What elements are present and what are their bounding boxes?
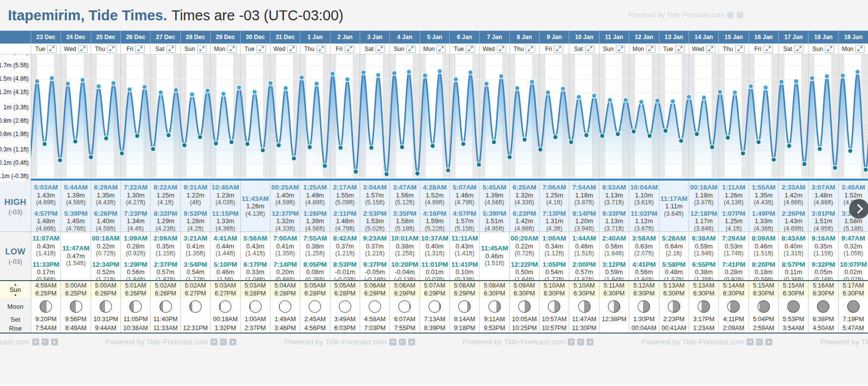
expand-day-icon[interactable]	[825, 45, 834, 53]
tide-height-m: 1.55m	[336, 192, 354, 199]
moonset-time-cell: 00:18AM	[210, 315, 240, 324]
sun-times-cell: 5:06AM6:29PM	[389, 281, 419, 298]
moonset-time-cell: 9:11AM	[479, 315, 509, 324]
tide-height-ft: (1.21ft)	[335, 250, 355, 258]
expand-day-icon[interactable]	[735, 45, 745, 53]
sunset-arrow-icon: ▼	[14, 293, 17, 297]
high-tide-entry: 1:11AM1.26m(4.13ft)	[722, 184, 745, 207]
tide-height-m: 1.35m	[755, 192, 772, 199]
date-row-corner	[0, 31, 31, 44]
tide-height-ft: (4.56ft)	[485, 199, 504, 207]
tide-height-ft: (1.5ft)	[217, 276, 233, 281]
expand-day-icon[interactable]	[227, 45, 237, 53]
tide-height-m: 1.26m	[725, 192, 743, 199]
expand-day-icon[interactable]	[497, 45, 506, 53]
date-header-cell: 26 Dec	[120, 31, 150, 44]
tide-height-ft: (4.36ft)	[216, 225, 235, 232]
low-tide-point	[679, 139, 684, 144]
high-tide-point	[702, 95, 706, 100]
tide-height-m: 0.47m	[67, 252, 85, 260]
expand-day-icon[interactable]	[78, 45, 88, 53]
expand-day-icon[interactable]	[616, 45, 625, 53]
expand-day-icon[interactable]	[436, 45, 446, 53]
high-tide-point	[748, 84, 753, 89]
expand-day-icon[interactable]	[554, 45, 563, 53]
expand-day-icon[interactable]	[47, 45, 56, 53]
tide-height-ft: (0.07ft)	[844, 276, 864, 281]
next-page-button[interactable]	[849, 199, 868, 219]
high-tide-cell: 8:53AM1.13m(3.71ft)9:33PM1.13m(3.71ft)	[599, 181, 629, 232]
moonrise-time-cell: 2:59AM	[749, 324, 778, 333]
high-tide-entry: 11:17AM1.11m(3.64ft)	[660, 195, 688, 218]
y-axis-tick-label: 1.2m (4.1ft)	[0, 89, 29, 96]
tide-height-ft: (3.64ft)	[664, 210, 684, 218]
tide-height-m: 0.28m	[725, 268, 743, 276]
tide-height-m: 1.32m	[276, 217, 294, 225]
low-tide-entry: 2:09AM0.35m(1.15ft)	[154, 235, 177, 258]
low-tide-point	[89, 155, 94, 160]
moonrise-time-cell: 5:47AM	[838, 324, 868, 333]
sun-times-cell: 5:05AM6:28PM	[330, 281, 360, 298]
expand-day-icon[interactable]	[345, 45, 354, 53]
moon-phase-cell	[778, 298, 808, 315]
tide-height-m: 0.20m	[276, 268, 294, 276]
expand-day-icon[interactable]	[706, 45, 715, 53]
high-tide-cell: 11:43AM1.26m(4.13ft)	[240, 181, 270, 232]
expand-day-icon[interactable]	[466, 45, 475, 53]
low-tide-cell: 9:47AM0.32m(1.05ft)10:07PM0.02m(0.07ft)	[838, 232, 868, 280]
low-tide-time: 7:55AM	[303, 235, 327, 242]
low-tide-point	[415, 171, 420, 176]
expand-day-icon[interactable]	[675, 45, 685, 53]
low-tide-point	[802, 162, 807, 167]
day-row-corner	[0, 44, 31, 54]
high-tide-time: 8:14PM	[572, 210, 596, 218]
low-tide-entry: 5:56AM0.43m(1.41ft)	[243, 235, 267, 258]
expand-day-icon[interactable]	[257, 45, 266, 53]
expand-day-icon[interactable]	[317, 45, 326, 53]
sunset-time: 6:28PM	[304, 290, 326, 297]
tide-height-m: 0.05m	[814, 268, 832, 276]
tide-height-m: 0.11m	[785, 268, 802, 276]
low-tide-entry: 4:41PM0.56m(1.84ft)	[632, 261, 655, 281]
low-tide-entry: 00:18AM0.22m(0.72ft)	[92, 235, 120, 258]
expand-day-icon[interactable]	[197, 45, 207, 53]
expand-day-icon[interactable]	[526, 45, 535, 53]
expand-day-icon[interactable]	[135, 45, 145, 53]
high-tide-time: 2:11PM	[333, 210, 357, 218]
sunrise-time: 5:13AM	[663, 282, 685, 290]
moonrise-time-cell: 11:30PM	[569, 324, 598, 333]
high-tide-time: 4:28AM	[423, 184, 446, 192]
tide-height-m: 1.39m	[486, 192, 503, 199]
expand-day-icon[interactable]	[763, 45, 773, 53]
low-tide-point	[151, 146, 156, 151]
expand-day-icon[interactable]	[166, 45, 176, 53]
sun-times-cell: 5:13AM6:30PM	[689, 281, 718, 298]
moonrise-time-cell: 4:56PM	[300, 324, 329, 333]
moon-phase-icon	[279, 300, 291, 313]
expand-day-icon[interactable]	[794, 45, 804, 53]
high-tide-point	[330, 71, 335, 76]
weekday-label: Sat	[574, 46, 583, 52]
weekday-label: Mon	[633, 46, 644, 52]
moonset-time-cell: 11:47AM	[569, 315, 598, 324]
expand-day-icon[interactable]	[107, 45, 116, 53]
expand-day-icon[interactable]	[585, 45, 595, 53]
low-tide-time: 8:53PM	[333, 261, 357, 269]
expand-day-icon[interactable]	[287, 45, 297, 53]
expand-day-icon[interactable]	[646, 45, 655, 53]
moon-phase-icon	[787, 300, 800, 313]
watermark-text: Powered by Tide-Forecast.com	[628, 11, 724, 19]
high-tide-cell: 10:04AM1.10m(3.61ft)11:02PM1.12m(3.67ft)	[629, 181, 658, 232]
moonrise-time-cell: 9:44AM	[91, 324, 120, 333]
sun-times-cell: 5:03AM6:27PM	[210, 281, 240, 298]
tide-height-m: 1.26m	[246, 202, 264, 210]
moon-phase-icon	[160, 300, 172, 313]
sunset-time: 6:28PM	[334, 290, 356, 297]
low-tide-entry: 4:41AM0.44m(1.44ft)	[214, 235, 237, 258]
expand-day-icon[interactable]	[855, 45, 865, 53]
expand-day-icon[interactable]	[376, 45, 385, 53]
tide-height-ft: (4.66ft)	[515, 225, 535, 232]
expand-day-icon[interactable]	[406, 45, 416, 53]
watermark-icon: ▲	[587, 338, 594, 345]
high-tide-point	[252, 90, 257, 95]
